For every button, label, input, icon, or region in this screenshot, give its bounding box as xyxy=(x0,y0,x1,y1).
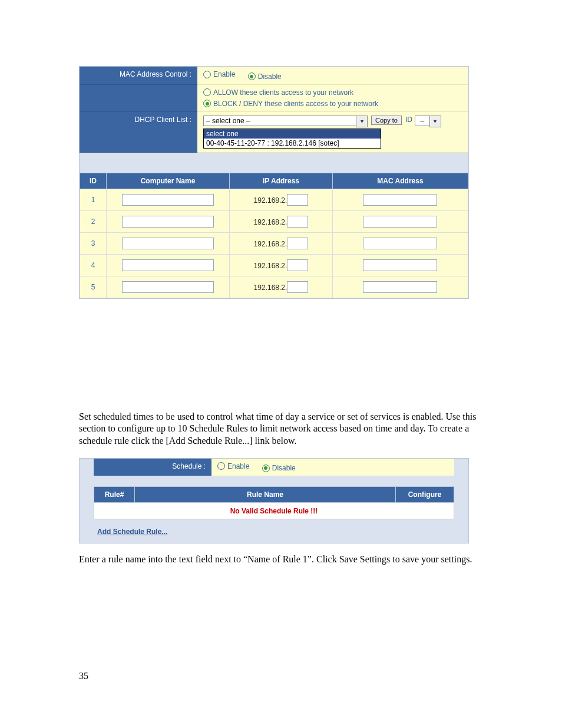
table-row: 1 192.168.2. xyxy=(80,189,468,210)
spacer xyxy=(94,476,454,486)
ip-prefix: 192.168.2. xyxy=(254,283,287,291)
mac-input[interactable] xyxy=(363,281,437,293)
mac-enable-label: Enable xyxy=(213,70,235,78)
ip-suffix-input[interactable] xyxy=(287,281,308,293)
mac-address-panel: MAC Address Control : Enable Disable ALL… xyxy=(79,66,469,299)
computer-name-input[interactable] xyxy=(122,194,214,206)
id-label: ID xyxy=(405,116,412,124)
rule-name-instruction: Enter a rule name into the text field ne… xyxy=(79,554,485,565)
copy-to-button[interactable]: Copy to xyxy=(371,116,402,125)
computer-name-input[interactable] xyxy=(122,281,214,293)
cell-id: 5 xyxy=(80,276,107,298)
ip-suffix-input[interactable] xyxy=(287,194,308,206)
dhcp-option-selected[interactable]: select one xyxy=(204,129,381,139)
no-rule-text: No Valid Schedule Rule !!! xyxy=(230,507,318,515)
schedule-description: Set scheduled times to be used to contro… xyxy=(79,411,485,447)
id-select[interactable]: – xyxy=(415,116,430,126)
allow-radio[interactable]: ALLOW these clients access to your netwo… xyxy=(203,88,353,97)
col-configure: Configure xyxy=(396,487,454,503)
allow-label: ALLOW these clients access to your netwo… xyxy=(213,88,353,97)
schedule-options: Enable Disable xyxy=(211,459,454,476)
mac-input[interactable] xyxy=(363,194,437,206)
schedule-label: Schedule : xyxy=(94,459,211,476)
radio-icon xyxy=(203,71,211,78)
chevron-down-icon[interactable]: ▾ xyxy=(356,116,368,127)
computer-name-input[interactable] xyxy=(122,238,214,249)
radio-icon xyxy=(217,462,225,470)
schedule-disable-radio[interactable]: Disable xyxy=(262,464,296,472)
mac-enable-radio[interactable]: Enable xyxy=(203,70,235,78)
table-row: 4 192.168.2. xyxy=(80,254,468,276)
table-row: 2 192.168.2. xyxy=(80,210,468,232)
mac-input[interactable] xyxy=(363,238,437,249)
radio-icon xyxy=(248,73,256,80)
col-name: Computer Name xyxy=(107,173,230,189)
ip-prefix: 192.168.2. xyxy=(254,261,287,269)
block-radio[interactable]: BLOCK / DENY these clients access to you… xyxy=(203,100,378,108)
table-row: 3 192.168.2. xyxy=(80,232,468,254)
ip-prefix: 192.168.2. xyxy=(254,196,287,204)
schedule-disable-label: Disable xyxy=(272,464,296,472)
dhcp-select[interactable]: – select one – xyxy=(203,116,356,126)
ip-prefix: 192.168.2. xyxy=(254,239,287,248)
mac-input[interactable] xyxy=(363,259,437,271)
radio-icon xyxy=(203,88,211,96)
schedule-enable-radio[interactable]: Enable xyxy=(217,462,249,470)
chevron-down-icon[interactable]: ▾ xyxy=(429,116,441,127)
mac-policy-label xyxy=(80,85,197,112)
cell-id: 2 xyxy=(80,210,107,232)
mac-input[interactable] xyxy=(363,216,437,228)
mac-policy-options: ALLOW these clients access to your netwo… xyxy=(197,85,468,112)
computer-name-input[interactable] xyxy=(122,216,214,228)
col-mac: MAC Address xyxy=(332,173,468,189)
radio-icon xyxy=(262,465,270,472)
client-table: ID Computer Name IP Address MAC Address … xyxy=(80,173,468,298)
table-row: No Valid Schedule Rule !!! xyxy=(94,503,454,519)
mac-control-options: Enable Disable xyxy=(197,67,468,85)
dhcp-option[interactable]: 00-40-45-11-20-77 : 192.168.2.146 [sotec… xyxy=(204,139,381,148)
ip-suffix-input[interactable] xyxy=(287,238,308,249)
col-ip: IP Address xyxy=(230,173,333,189)
ip-prefix: 192.168.2. xyxy=(254,218,287,226)
schedule-enable-label: Enable xyxy=(227,462,249,470)
add-schedule-rule-link[interactable]: Add Schedule Rule... xyxy=(97,528,167,536)
cell-id: 3 xyxy=(80,232,107,254)
dhcp-dropdown-list[interactable]: select one 00-40-45-11-20-77 : 192.168.2… xyxy=(203,129,381,149)
mac-disable-radio[interactable]: Disable xyxy=(248,73,282,81)
col-rule-name: Rule Name xyxy=(135,487,396,503)
radio-icon xyxy=(203,100,211,107)
spacer xyxy=(80,153,468,173)
cell-id: 1 xyxy=(80,189,107,210)
schedule-panel: Schedule : Enable Disable Rule# xyxy=(79,458,469,544)
schedule-rule-table: Rule# Rule Name Configure No Valid Sched… xyxy=(94,486,454,519)
ip-suffix-input[interactable] xyxy=(287,259,308,271)
block-label: BLOCK / DENY these clients access to you… xyxy=(213,100,378,108)
ip-suffix-input[interactable] xyxy=(287,216,308,228)
cell-id: 4 xyxy=(80,254,107,276)
computer-name-input[interactable] xyxy=(122,259,214,271)
col-rule-no: Rule# xyxy=(94,487,135,503)
col-id: ID xyxy=(80,173,107,189)
dhcp-list-label: DHCP Client List : xyxy=(80,112,197,153)
dhcp-controls: – select one – ▾ Copy to ID – ▾ select o… xyxy=(197,112,468,153)
mac-disable-label: Disable xyxy=(258,73,282,81)
page-number: 35 xyxy=(79,671,483,681)
mac-control-label: MAC Address Control : xyxy=(80,67,197,85)
table-row: 5 192.168.2. xyxy=(80,276,468,298)
